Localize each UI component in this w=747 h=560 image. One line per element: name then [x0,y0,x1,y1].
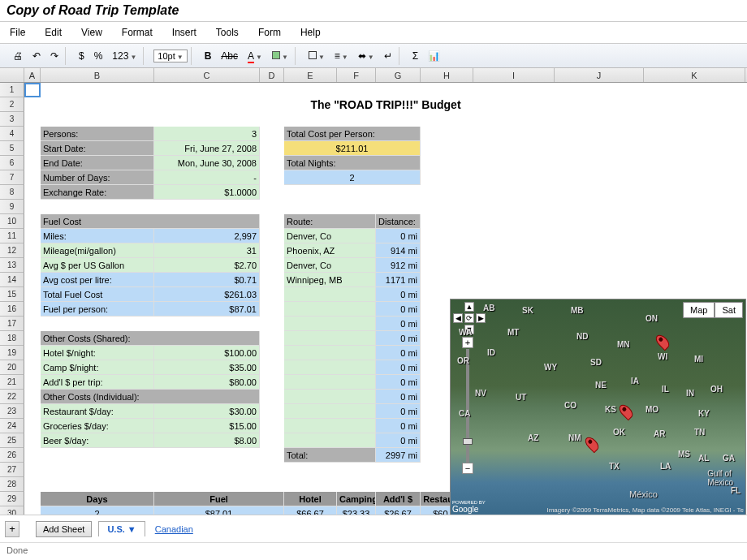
row-header-22[interactable]: 22 [0,390,24,404]
percent-format-button[interactable]: % [91,49,106,63]
row-header-10[interactable]: 10 [0,214,24,229]
menu-form[interactable]: Form [258,27,281,38]
row-header-23[interactable]: 23 [0,404,24,419]
route-stop[interactable]: Winnipeg, MB [284,273,376,287]
route-dist[interactable]: 0 mi [376,375,421,390]
row-header-14[interactable]: 14 [0,273,24,287]
merge-button[interactable]: ⬌▼ [355,49,378,63]
col-header-c[interactable]: C [154,68,260,82]
number-format-button[interactable]: 123▼ [109,49,140,63]
route-stop[interactable] [284,302,376,317]
borders-button[interactable]: ▼ [305,49,328,63]
route-dist[interactable]: 0 mi [376,404,421,419]
fuel-label[interactable]: Fuel per person: [41,302,154,317]
col-header-e[interactable]: E [284,68,337,82]
summary-header[interactable]: Fuel [154,492,284,506]
fuel-value[interactable]: $0.71 [154,273,260,287]
fill-color-button[interactable]: ▼ [269,49,291,63]
text-color-button[interactable]: A▼ [244,49,266,63]
route-stop[interactable] [284,419,376,433]
param-value[interactable]: Fri, June 27, 2008 [154,141,260,156]
col-header-d[interactable]: D [260,68,284,82]
map-image[interactable]: ▲ ◀ ⟳ ▶ ▼ + − Map Sat SKMBONNDMNWIMISDIA… [451,299,745,515]
menu-format[interactable]: Format [122,27,153,38]
route-dist[interactable]: 0 mi [376,287,421,302]
fuel-label[interactable]: Total Fuel Cost [41,287,154,302]
summary-header[interactable]: Camping [337,492,376,506]
map-type-map-button[interactable]: Map [683,302,715,318]
param-value[interactable]: - [154,170,260,185]
route-stop[interactable] [284,317,376,331]
param-label[interactable]: Persons: [41,127,154,141]
route-stop[interactable]: Denver, Co [284,258,376,273]
row-header-1[interactable]: 1 [0,83,24,97]
route-stop[interactable]: Denver, Co [284,229,376,243]
shared-label[interactable]: Camp $/night: [41,360,154,375]
param-label[interactable]: End Date: [41,156,154,170]
route-stop[interactable] [284,433,376,448]
route-stop[interactable] [284,390,376,404]
undo-icon[interactable]: ↶ [29,49,44,63]
total-cpp-label[interactable]: Total Cost per Person: [284,127,421,141]
route-dist[interactable]: 1171 mi [376,273,421,287]
shared-value[interactable]: $100.00 [154,346,260,360]
row-header-18[interactable]: 18 [0,331,24,346]
route-stop[interactable]: Phoenix, AZ [284,243,376,258]
row-header-3[interactable]: 3 [0,112,24,127]
total-cpp-value[interactable]: $211.01 [284,141,421,156]
route-dist[interactable]: 0 mi [376,360,421,375]
wrap-button[interactable]: ↵ [381,49,395,63]
row-header-9[interactable]: 9 [0,200,24,214]
fuel-label[interactable]: Avg cost per litre: [41,273,154,287]
route-dist[interactable]: 0 mi [376,390,421,404]
ind-label[interactable]: Beer $/day: [41,433,154,448]
row-header-24[interactable]: 24 [0,419,24,433]
route-total-value[interactable]: 2997 mi [376,448,421,463]
map-zoom-out-icon[interactable]: − [462,463,473,474]
map-pan-left-icon[interactable]: ◀ [453,313,463,323]
route-dist[interactable]: 0 mi [376,419,421,433]
col-header-a[interactable]: A [24,68,41,82]
col-header-b[interactable]: B [41,68,154,82]
row-header-17[interactable]: 17 [0,317,24,331]
row-header-28[interactable]: 28 [0,477,24,492]
param-label[interactable]: Start Date: [41,141,154,156]
fuel-value[interactable]: $87.01 [154,302,260,317]
fuel-value[interactable]: $2.70 [154,258,260,273]
shared-value[interactable]: $80.00 [154,375,260,390]
map-marker-phoenix[interactable] [583,435,602,454]
print-icon[interactable]: 🖨 [10,49,26,63]
sheet-tab-us[interactable]: U.S. ▼ [98,521,145,536]
row-header-5[interactable]: 5 [0,141,24,156]
ind-label[interactable]: Groceries $/day: [41,419,154,433]
route-stop[interactable] [284,346,376,360]
shared-label[interactable]: Hotel $/night: [41,346,154,360]
strike-button[interactable]: Abc [218,49,241,63]
map-recenter-icon[interactable]: ⟳ [464,313,474,323]
param-value[interactable]: 3 [154,127,260,141]
fuel-label[interactable]: Mileage(mi/gallon) [41,243,154,258]
menu-help[interactable]: Help [300,27,321,38]
summary-header[interactable]: Days [41,492,154,506]
select-all-corner[interactable] [0,68,24,82]
summary-header[interactable]: Hotel [284,492,337,506]
route-dist[interactable]: 0 mi [376,433,421,448]
param-label[interactable]: Number of Days: [41,170,154,185]
formula-sigma-button[interactable]: Σ [409,49,421,63]
ind-value[interactable]: $8.00 [154,433,260,448]
route-stop[interactable] [284,331,376,346]
row-header-12[interactable]: 12 [0,243,24,258]
row-header-20[interactable]: 20 [0,360,24,375]
row-header-29[interactable]: 29 [0,492,24,506]
route-dist[interactable]: 0 mi [376,331,421,346]
col-header-g[interactable]: G [376,68,421,82]
map-embed[interactable]: ▲ ◀ ⟳ ▶ ▼ + − Map Sat SKMBONNDMNWIMISDIA… [450,299,746,516]
col-header-h[interactable]: H [421,68,473,82]
distance-header[interactable]: Distance: [376,214,421,229]
shared-label[interactable]: Add'l $ per trip: [41,375,154,390]
fuel-header[interactable]: Fuel Cost [41,214,260,229]
spreadsheet-grid[interactable]: 1234567891011121314151617181920212223242… [0,83,747,536]
route-dist[interactable]: 912 mi [376,258,421,273]
route-dist[interactable]: 0 mi [376,229,421,243]
param-value[interactable]: Mon, June 30, 2008 [154,156,260,170]
